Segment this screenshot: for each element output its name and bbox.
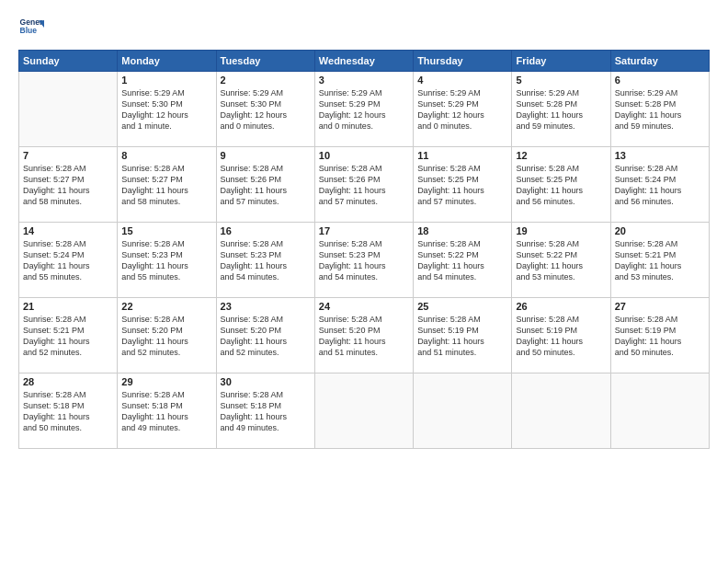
calendar-cell: 20Sunrise: 5:28 AM Sunset: 5:21 PM Dayli…	[610, 223, 709, 298]
day-number: 7	[23, 150, 113, 161]
day-number: 10	[319, 150, 409, 161]
calendar-cell: 4Sunrise: 5:29 AM Sunset: 5:29 PM Daylig…	[414, 72, 512, 147]
calendar-cell	[512, 373, 610, 449]
day-number: 20	[615, 225, 705, 236]
day-info: Sunrise: 5:28 AM Sunset: 5:18 PM Dayligh…	[121, 389, 211, 434]
day-number: 25	[417, 301, 507, 312]
calendar-cell: 25Sunrise: 5:28 AM Sunset: 5:19 PM Dayli…	[414, 298, 512, 373]
calendar-cell	[610, 373, 709, 449]
day-number: 16	[221, 225, 311, 236]
calendar-cell: 3Sunrise: 5:29 AM Sunset: 5:29 PM Daylig…	[314, 72, 413, 147]
day-number: 11	[417, 150, 507, 161]
day-number: 9	[221, 150, 311, 161]
calendar-cell: 14Sunrise: 5:28 AM Sunset: 5:24 PM Dayli…	[19, 223, 118, 298]
calendar-cell: 24Sunrise: 5:28 AM Sunset: 5:20 PM Dayli…	[314, 298, 413, 373]
calendar-cell: 17Sunrise: 5:28 AM Sunset: 5:23 PM Dayli…	[314, 223, 413, 298]
day-number: 24	[319, 301, 409, 312]
day-info: Sunrise: 5:28 AM Sunset: 5:23 PM Dayligh…	[319, 238, 409, 283]
calendar-cell: 26Sunrise: 5:28 AM Sunset: 5:19 PM Dayli…	[512, 298, 610, 373]
day-number: 17	[319, 225, 409, 236]
day-number: 30	[221, 376, 311, 387]
calendar-cell: 11Sunrise: 5:28 AM Sunset: 5:25 PM Dayli…	[414, 147, 512, 223]
calendar-week-row: 28Sunrise: 5:28 AM Sunset: 5:18 PM Dayli…	[19, 373, 710, 449]
day-info: Sunrise: 5:28 AM Sunset: 5:23 PM Dayligh…	[121, 238, 211, 283]
col-header-wednesday: Wednesday	[314, 51, 413, 72]
calendar-cell	[314, 373, 413, 449]
day-info: Sunrise: 5:28 AM Sunset: 5:22 PM Dayligh…	[516, 238, 606, 283]
day-number: 14	[23, 225, 113, 236]
day-info: Sunrise: 5:28 AM Sunset: 5:22 PM Dayligh…	[417, 238, 507, 283]
col-header-sunday: Sunday	[19, 51, 118, 72]
day-number: 8	[121, 150, 211, 161]
day-number: 12	[516, 150, 606, 161]
calendar-table: SundayMondayTuesdayWednesdayThursdayFrid…	[18, 50, 710, 449]
calendar-cell: 5Sunrise: 5:29 AM Sunset: 5:28 PM Daylig…	[512, 72, 610, 147]
day-number: 18	[417, 225, 507, 236]
calendar-cell: 12Sunrise: 5:28 AM Sunset: 5:25 PM Dayli…	[512, 147, 610, 223]
calendar-cell: 9Sunrise: 5:28 AM Sunset: 5:26 PM Daylig…	[216, 147, 314, 223]
day-info: Sunrise: 5:28 AM Sunset: 5:25 PM Dayligh…	[417, 163, 507, 208]
day-info: Sunrise: 5:28 AM Sunset: 5:18 PM Dayligh…	[23, 389, 113, 434]
day-number: 19	[516, 225, 606, 236]
day-info: Sunrise: 5:28 AM Sunset: 5:19 PM Dayligh…	[516, 314, 606, 359]
calendar-cell: 18Sunrise: 5:28 AM Sunset: 5:22 PM Dayli…	[414, 223, 512, 298]
col-header-tuesday: Tuesday	[216, 51, 314, 72]
day-number: 15	[121, 225, 211, 236]
day-info: Sunrise: 5:28 AM Sunset: 5:25 PM Dayligh…	[516, 163, 606, 208]
day-info: Sunrise: 5:28 AM Sunset: 5:23 PM Dayligh…	[221, 238, 311, 283]
day-info: Sunrise: 5:28 AM Sunset: 5:19 PM Dayligh…	[417, 314, 507, 359]
day-info: Sunrise: 5:28 AM Sunset: 5:26 PM Dayligh…	[221, 163, 311, 208]
page: General Blue SundayMondayTuesdayWednesda…	[0, 0, 728, 563]
calendar-header-row: SundayMondayTuesdayWednesdayThursdayFrid…	[19, 51, 710, 72]
calendar-cell: 2Sunrise: 5:29 AM Sunset: 5:30 PM Daylig…	[216, 72, 314, 147]
day-info: Sunrise: 5:29 AM Sunset: 5:30 PM Dayligh…	[121, 87, 211, 132]
calendar-cell: 16Sunrise: 5:28 AM Sunset: 5:23 PM Dayli…	[216, 223, 314, 298]
svg-text:Blue: Blue	[20, 26, 38, 35]
day-info: Sunrise: 5:28 AM Sunset: 5:24 PM Dayligh…	[615, 163, 705, 208]
col-header-friday: Friday	[512, 51, 610, 72]
day-info: Sunrise: 5:28 AM Sunset: 5:21 PM Dayligh…	[615, 238, 705, 283]
day-info: Sunrise: 5:28 AM Sunset: 5:26 PM Dayligh…	[319, 163, 409, 208]
day-number: 22	[121, 301, 211, 312]
calendar-cell: 28Sunrise: 5:28 AM Sunset: 5:18 PM Dayli…	[19, 373, 118, 449]
col-header-monday: Monday	[118, 51, 216, 72]
day-info: Sunrise: 5:29 AM Sunset: 5:29 PM Dayligh…	[417, 87, 507, 132]
calendar-week-row: 7Sunrise: 5:28 AM Sunset: 5:27 PM Daylig…	[19, 147, 710, 223]
calendar-cell	[414, 373, 512, 449]
day-info: Sunrise: 5:28 AM Sunset: 5:19 PM Dayligh…	[615, 314, 705, 359]
col-header-thursday: Thursday	[414, 51, 512, 72]
day-number: 1	[121, 75, 211, 86]
calendar-cell: 6Sunrise: 5:29 AM Sunset: 5:28 PM Daylig…	[610, 72, 709, 147]
day-info: Sunrise: 5:29 AM Sunset: 5:28 PM Dayligh…	[516, 87, 606, 132]
day-info: Sunrise: 5:28 AM Sunset: 5:20 PM Dayligh…	[319, 314, 409, 359]
calendar-cell: 21Sunrise: 5:28 AM Sunset: 5:21 PM Dayli…	[19, 298, 118, 373]
day-number: 29	[121, 376, 211, 387]
calendar-cell: 19Sunrise: 5:28 AM Sunset: 5:22 PM Dayli…	[512, 223, 610, 298]
calendar-cell: 27Sunrise: 5:28 AM Sunset: 5:19 PM Dayli…	[610, 298, 709, 373]
day-info: Sunrise: 5:28 AM Sunset: 5:20 PM Dayligh…	[221, 314, 311, 359]
calendar-cell: 30Sunrise: 5:28 AM Sunset: 5:18 PM Dayli…	[216, 373, 314, 449]
day-info: Sunrise: 5:28 AM Sunset: 5:20 PM Dayligh…	[121, 314, 211, 359]
day-number: 28	[23, 376, 113, 387]
calendar-cell: 29Sunrise: 5:28 AM Sunset: 5:18 PM Dayli…	[118, 373, 216, 449]
calendar-week-row: 21Sunrise: 5:28 AM Sunset: 5:21 PM Dayli…	[19, 298, 710, 373]
day-info: Sunrise: 5:28 AM Sunset: 5:21 PM Dayligh…	[23, 314, 113, 359]
day-info: Sunrise: 5:29 AM Sunset: 5:28 PM Dayligh…	[615, 87, 705, 132]
day-number: 23	[221, 301, 311, 312]
calendar-week-row: 14Sunrise: 5:28 AM Sunset: 5:24 PM Dayli…	[19, 223, 710, 298]
day-number: 5	[516, 75, 606, 86]
calendar-cell: 8Sunrise: 5:28 AM Sunset: 5:27 PM Daylig…	[118, 147, 216, 223]
calendar-cell	[19, 72, 118, 147]
day-info: Sunrise: 5:28 AM Sunset: 5:27 PM Dayligh…	[121, 163, 211, 208]
header: General Blue	[18, 15, 710, 40]
calendar-week-row: 1Sunrise: 5:29 AM Sunset: 5:30 PM Daylig…	[19, 72, 710, 147]
day-number: 4	[417, 75, 507, 86]
day-info: Sunrise: 5:28 AM Sunset: 5:18 PM Dayligh…	[221, 389, 311, 434]
calendar-cell: 7Sunrise: 5:28 AM Sunset: 5:27 PM Daylig…	[19, 147, 118, 223]
day-info: Sunrise: 5:29 AM Sunset: 5:30 PM Dayligh…	[221, 87, 311, 132]
day-info: Sunrise: 5:29 AM Sunset: 5:29 PM Dayligh…	[319, 87, 409, 132]
calendar-cell: 15Sunrise: 5:28 AM Sunset: 5:23 PM Dayli…	[118, 223, 216, 298]
calendar-cell: 22Sunrise: 5:28 AM Sunset: 5:20 PM Dayli…	[118, 298, 216, 373]
day-number: 21	[23, 301, 113, 312]
day-number: 27	[615, 301, 705, 312]
